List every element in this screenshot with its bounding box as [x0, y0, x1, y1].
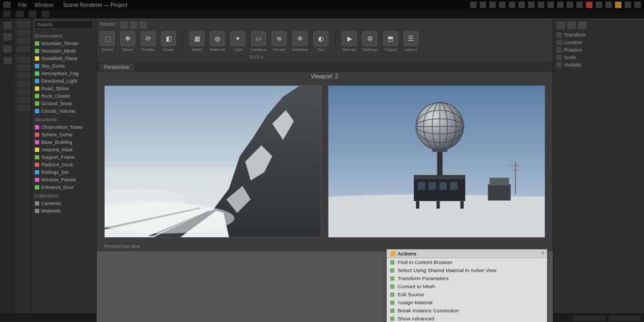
- tool-layers-icon[interactable]: ☰: [404, 31, 419, 46]
- viewport-tab-perspective[interactable]: Perspective: [100, 63, 134, 71]
- tool-material-icon[interactable]: ◍: [210, 31, 225, 46]
- menubar-icon[interactable]: [634, 2, 641, 8]
- menubar-icon[interactable]: [596, 2, 602, 8]
- toolbar-small-save-icon[interactable]: [140, 21, 147, 29]
- asset-item[interactable]: Atmosphere_Fog: [35, 70, 93, 77]
- outline-mini-item[interactable]: [17, 38, 30, 44]
- asset-item[interactable]: Materials: [35, 207, 93, 215]
- menu-file[interactable]: File: [18, 2, 27, 8]
- outline-mini-item[interactable]: [17, 21, 30, 28]
- outline-mini-item[interactable]: [17, 72, 30, 79]
- menubar-icon[interactable]: [547, 2, 554, 8]
- outline-mini-item[interactable]: [17, 89, 30, 95]
- menubar-icon[interactable]: [528, 2, 535, 8]
- asset-item[interactable]: Platform_Deck: [35, 161, 93, 169]
- asset-item[interactable]: Mountain_Mesh: [35, 47, 93, 55]
- assets-search-input[interactable]: Search: [34, 20, 94, 29]
- properties-header-icon[interactable]: [578, 21, 587, 29]
- asset-item[interactable]: Rock_Cluster: [35, 92, 93, 100]
- context-menu-item[interactable]: Find in Content Browser: [387, 258, 547, 266]
- substrip-icon[interactable]: [16, 11, 24, 17]
- outline-mini-item[interactable]: [17, 30, 30, 36]
- context-menu-item[interactable]: Break Instance Connection: [387, 306, 547, 314]
- properties-header-icon[interactable]: [567, 21, 576, 29]
- context-menu-item[interactable]: Edit Source: [387, 290, 547, 298]
- tool-mesh-icon[interactable]: ▦: [189, 31, 204, 46]
- render-pane-left[interactable]: [104, 85, 321, 238]
- context-menu-item[interactable]: Assign Material: [387, 298, 547, 306]
- context-menu-item[interactable]: Show Advanced: [387, 314, 547, 322]
- context-menu-close-icon[interactable]: ×: [539, 250, 546, 257]
- tool-camera-icon[interactable]: ▭: [251, 31, 266, 46]
- properties-row[interactable]: Rotation: [557, 46, 641, 54]
- menubar-icon[interactable]: [615, 2, 621, 8]
- asset-item[interactable]: Sphere_Dome: [35, 131, 93, 138]
- tool-sky-icon[interactable]: ◐: [313, 31, 328, 46]
- tool-weather-icon[interactable]: ❄: [292, 31, 308, 46]
- tool-light-icon[interactable]: ✦: [230, 31, 245, 46]
- menubar-icon[interactable]: [625, 2, 631, 8]
- tool-scale-icon[interactable]: ◧: [161, 31, 176, 46]
- toolbar-small-open-icon[interactable]: [130, 21, 137, 29]
- menubar-icon[interactable]: [567, 2, 573, 8]
- menubar-icon[interactable]: [489, 2, 496, 8]
- tool-rotate-icon[interactable]: ⟳: [141, 31, 156, 46]
- asset-item[interactable]: Support_Frame: [35, 153, 93, 161]
- context-menu-item[interactable]: Select Using Shared Material in Active V…: [387, 266, 547, 274]
- outline-mini-item[interactable]: [17, 56, 30, 63]
- menubar-icon[interactable]: [557, 2, 564, 8]
- asset-item[interactable]: Mountain_Terrain: [35, 40, 93, 47]
- menu-window[interactable]: Window: [34, 2, 54, 8]
- toolbar-small-new-icon[interactable]: [120, 21, 128, 29]
- tool-render-icon[interactable]: ▶: [342, 31, 357, 46]
- tool-settings-icon[interactable]: ⚙: [362, 31, 377, 46]
- menubar-icon[interactable]: [470, 2, 477, 8]
- menubar-icon[interactable]: [605, 2, 612, 8]
- substrip-icon[interactable]: [3, 11, 11, 17]
- context-menu-item[interactable]: Convert to Mesh: [387, 282, 547, 290]
- properties-row[interactable]: Transform: [557, 31, 641, 39]
- menubar-icon[interactable]: [509, 2, 515, 8]
- ribbon-tab-render[interactable]: Render: [100, 21, 116, 29]
- outline-mini-item[interactable]: [17, 105, 30, 111]
- properties-row[interactable]: Location: [557, 39, 641, 46]
- substrip-icon[interactable]: [29, 11, 36, 17]
- iconstrip-icon[interactable]: [3, 21, 12, 29]
- iconstrip-icon[interactable]: [3, 45, 12, 53]
- iconstrip-icon[interactable]: [3, 33, 12, 41]
- menubar-icon[interactable]: [518, 2, 525, 8]
- asset-item[interactable]: Sky_Dome: [35, 62, 93, 70]
- asset-item[interactable]: Base_Building: [35, 138, 93, 146]
- menubar-icon[interactable]: [499, 2, 506, 8]
- tool-move-icon[interactable]: ✥: [120, 31, 135, 46]
- properties-header-icon[interactable]: [557, 21, 565, 29]
- menubar-icon[interactable]: [576, 2, 583, 8]
- asset-item[interactable]: Snowfield_Plane: [35, 55, 93, 62]
- substrip-icon[interactable]: [42, 11, 49, 17]
- asset-item[interactable]: Entrance_Door: [35, 184, 93, 191]
- menubar-icon[interactable]: [480, 2, 486, 8]
- asset-item[interactable]: Ground_Snow: [35, 100, 93, 107]
- outline-mini-item[interactable]: [17, 46, 30, 52]
- tool-select-icon[interactable]: ⬚: [100, 31, 115, 46]
- asset-item[interactable]: Clouds_Volume: [35, 107, 93, 115]
- menubar-icon[interactable]: [538, 2, 544, 8]
- asset-item[interactable]: Road_Spline: [35, 85, 93, 92]
- asset-item[interactable]: Antenna_Mast: [35, 146, 93, 153]
- iconstrip-icon[interactable]: [3, 57, 12, 64]
- asset-item[interactable]: Railings_Set: [35, 169, 93, 176]
- outline-mini-item[interactable]: [17, 97, 30, 103]
- asset-item[interactable]: Directional_Light: [35, 77, 93, 85]
- asset-item[interactable]: Window_Panels: [35, 176, 93, 184]
- properties-row[interactable]: Scale: [557, 54, 641, 61]
- menubar-icon[interactable]: [586, 2, 592, 8]
- outline-mini-item[interactable]: [17, 64, 30, 71]
- asset-item[interactable]: Observation_Tower: [35, 123, 93, 131]
- asset-item[interactable]: Cameras: [35, 200, 93, 207]
- tool-terrain-icon[interactable]: ≋: [272, 31, 287, 46]
- render-pane-right[interactable]: [328, 85, 545, 238]
- context-menu-item[interactable]: Transform Parameters: [387, 274, 547, 282]
- outline-mini-item[interactable]: [17, 80, 30, 87]
- properties-row[interactable]: Visibility: [557, 61, 641, 69]
- viewport[interactable]: Viewport 2: [97, 71, 553, 322]
